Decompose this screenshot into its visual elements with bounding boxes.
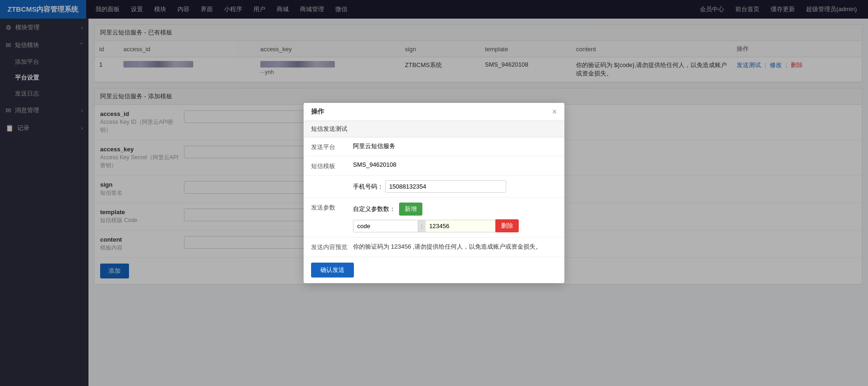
modal-close-button[interactable]: ×	[552, 108, 557, 116]
custom-param-label: 自定义参数数：	[353, 205, 395, 213]
modal-overlay: 操作 × 短信发送测试 发送平台 阿里云短信服务 短信模板 SMS_946201…	[0, 0, 868, 386]
modal-title: 操作	[311, 108, 324, 116]
modal-footer: 确认发送	[304, 257, 564, 283]
phone-input[interactable]	[385, 180, 506, 193]
phone-label: 手机号码：	[353, 183, 383, 190]
modal-label-template: 短信模板	[311, 161, 353, 170]
modal-label-platform: 发送平台	[311, 142, 353, 151]
param-key-input[interactable]	[353, 220, 418, 232]
confirm-send-button[interactable]: 确认发送	[311, 263, 354, 278]
modal-label-params: 发送参数	[311, 203, 353, 212]
modal-row-params: 发送参数 自定义参数数： 新增 : 删除	[304, 198, 564, 237]
modal-section-title: 短信发送测试	[304, 121, 564, 137]
new-param-button[interactable]: 新增	[399, 203, 422, 216]
modal-row-template: 短信模板 SMS_94620108	[304, 156, 564, 176]
modal-content-params: 自定义参数数： 新增 : 删除	[353, 203, 557, 232]
custom-param-header: 自定义参数数： 新增	[353, 203, 557, 216]
modal-row-preview: 发送内容预览 你的验证码为 123456 ,请勿提供给任何人，以免造成账户或资金…	[304, 237, 564, 257]
modal-value-template: SMS_94620108	[353, 161, 557, 168]
param-separator: :	[418, 220, 426, 232]
modal-content-phone: 手机号码：	[353, 180, 557, 193]
modal-value-platform: 阿里云短信服务	[353, 142, 557, 150]
modal-row-platform: 发送平台 阿里云短信服务	[304, 137, 564, 156]
modal-dialog: 操作 × 短信发送测试 发送平台 阿里云短信服务 短信模板 SMS_946201…	[304, 103, 564, 283]
param-val-input[interactable]	[426, 220, 495, 232]
delete-param-button[interactable]: 删除	[495, 219, 519, 232]
param-row: : 删除	[353, 219, 557, 232]
modal-label-preview: 发送内容预览	[311, 242, 353, 251]
modal-preview-text: 你的验证码为 123456 ,请勿提供给任何人，以免造成账户或资金损失。	[353, 242, 557, 252]
modal-label-phone	[311, 180, 353, 181]
modal-row-phone: 手机号码：	[304, 176, 564, 198]
modal-header: 操作 ×	[304, 103, 564, 121]
modal-body: 短信发送测试 发送平台 阿里云短信服务 短信模板 SMS_94620108 手机…	[304, 121, 564, 257]
